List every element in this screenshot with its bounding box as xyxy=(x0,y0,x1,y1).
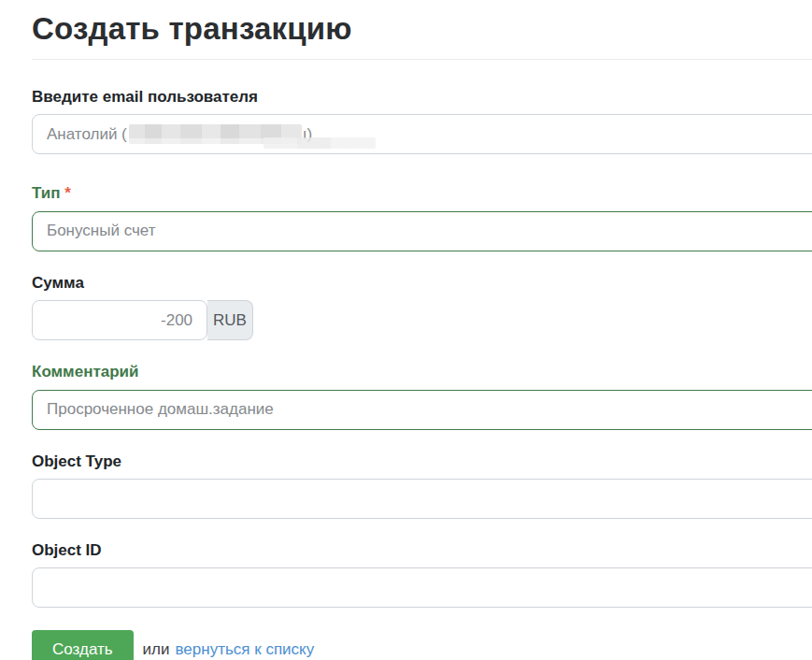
title-divider xyxy=(32,59,812,60)
create-transaction-page: Создать транзакцию Введите email пользов… xyxy=(0,11,812,660)
amount-input[interactable] xyxy=(32,300,207,340)
comment-field-group: Комментарий xyxy=(32,363,812,429)
type-field-label: Тип * xyxy=(32,184,812,203)
form-actions: Создать или вернуться к списку xyxy=(32,630,812,660)
currency-addon: RUB xyxy=(207,300,253,340)
comment-field-label: Комментарий xyxy=(32,363,812,381)
amount-input-group: RUB xyxy=(32,300,253,340)
email-field-label: Введите email пользователя xyxy=(32,88,812,107)
type-field-group: Тип * xyxy=(32,184,812,251)
create-transaction-form: Введите email пользователя Анатолий ( ı)… xyxy=(32,88,812,660)
email-user-input[interactable]: Анатолий ( ı) xyxy=(32,114,812,154)
redacted-email-blur-tail xyxy=(264,137,376,149)
create-button[interactable]: Создать xyxy=(32,630,134,660)
or-text: или xyxy=(143,640,170,659)
amount-field-label: Сумма xyxy=(32,274,812,293)
type-input[interactable] xyxy=(32,211,812,251)
email-field-group: Введите email пользователя Анатолий ( ı) xyxy=(32,88,812,154)
object-id-field-group: Object ID xyxy=(32,541,812,608)
object-type-field-label: Object Type xyxy=(32,452,812,471)
type-label-text: Тип xyxy=(32,184,60,202)
back-to-list-link[interactable]: вернуться к списку xyxy=(176,640,315,659)
amount-field-group: Сумма RUB xyxy=(32,274,812,340)
object-id-input[interactable] xyxy=(32,567,812,608)
object-id-field-label: Object ID xyxy=(32,541,812,560)
page-title: Создать транзакцию xyxy=(32,11,812,47)
object-type-input[interactable] xyxy=(32,479,812,519)
required-asterisk: * xyxy=(64,184,71,202)
email-value-prefix: Анатолий ( xyxy=(47,125,127,144)
comment-input[interactable] xyxy=(32,390,812,430)
object-type-field-group: Object Type xyxy=(32,452,812,519)
